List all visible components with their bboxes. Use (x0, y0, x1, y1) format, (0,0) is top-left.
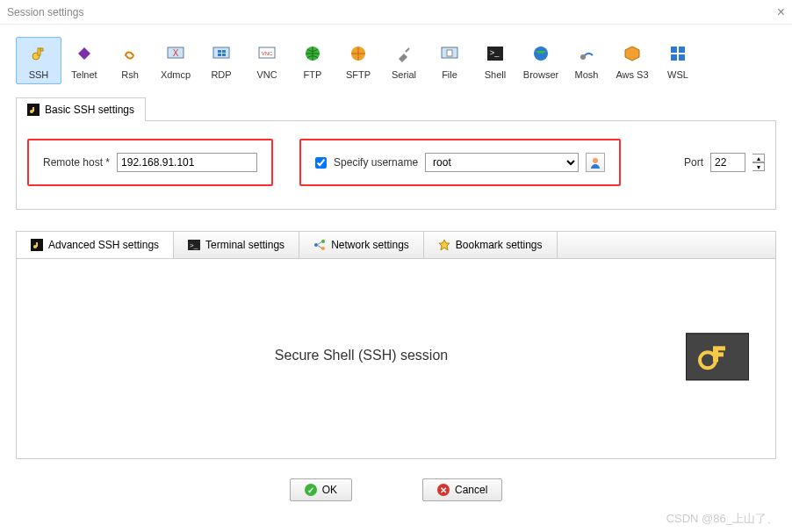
svg-rect-39 (718, 346, 725, 350)
close-icon[interactable]: × (777, 4, 785, 20)
terminal-icon: >_ (188, 240, 200, 250)
protocol-label: SFTP (336, 69, 380, 80)
specify-username-label: Specify username (334, 156, 418, 169)
protocol-label: File (428, 69, 472, 80)
svg-rect-30 (36, 242, 38, 247)
monitor-vnc-icon: VNC (245, 41, 289, 66)
protocol-aws[interactable]: Aws S3 (609, 37, 655, 84)
svg-rect-8 (222, 50, 226, 53)
protocol-label: Telnet (62, 69, 106, 80)
protocol-browser[interactable]: Browser (518, 37, 564, 84)
protocol-serial[interactable]: Serial (381, 37, 427, 84)
spin-down-icon[interactable]: ▾ (752, 162, 765, 171)
protocol-label: Rsh (108, 69, 152, 80)
protocol-rsh[interactable]: Rsh (107, 37, 153, 84)
protocol-label: Serial (382, 69, 426, 80)
protocol-telnet[interactable]: Telnet (61, 37, 107, 84)
advanced-body: Secure Shell (SSH) session (16, 259, 776, 459)
protocol-label: Shell (473, 69, 517, 80)
cube-icon (610, 41, 654, 66)
protocol-label: Browser (519, 69, 563, 80)
watermark: CSDN @86_上山了、 (666, 511, 778, 527)
tab-label: Basic SSH settings (45, 104, 134, 116)
basic-panel: Remote host * Specify username root Port… (16, 121, 776, 210)
port-spinner[interactable]: ▴▾ (752, 154, 765, 171)
protocol-vnc[interactable]: VNC VNC (244, 37, 290, 84)
ok-label: OK (322, 484, 337, 496)
tab-basic-ssh[interactable]: Basic SSH settings (16, 97, 146, 121)
protocol-shell[interactable]: >_ Shell (472, 37, 518, 84)
tab-label: Network settings (331, 239, 409, 251)
globe-orange-icon (336, 41, 380, 66)
key-icon (27, 104, 40, 116)
basic-tabrow: Basic SSH settings (16, 97, 776, 121)
link-icon (108, 41, 152, 66)
network-icon (313, 239, 326, 251)
spin-up-icon[interactable]: ▴ (752, 154, 765, 162)
svg-rect-7 (218, 50, 221, 53)
window-title: Session settings (7, 6, 83, 18)
svg-rect-40 (718, 352, 724, 356)
satellite-icon (565, 41, 608, 66)
protocol-label: VNC (245, 69, 289, 80)
protocol-wsl[interactable]: WSL (655, 37, 701, 84)
svg-rect-25 (679, 54, 685, 61)
protocol-row: SSH Telnet Rsh X Xdmcp RDP VNC VNC FTP S… (16, 32, 776, 97)
protocol-sftp[interactable]: SFTP (335, 37, 381, 84)
svg-rect-27 (32, 107, 34, 111)
x-icon: ✕ (437, 484, 450, 496)
username-select[interactable]: root (425, 153, 579, 172)
remote-host-group: Remote host * (27, 139, 273, 186)
user-picker-button[interactable] (586, 153, 605, 172)
svg-text:X: X (173, 48, 179, 58)
key-icon (17, 41, 61, 66)
monitor-win-icon (199, 41, 243, 66)
tab-bookmark[interactable]: Bookmark settings (424, 232, 558, 258)
port-input[interactable] (710, 153, 745, 172)
tab-terminal[interactable]: >_ Terminal settings (174, 232, 299, 258)
svg-text:VNC: VNC (262, 51, 273, 56)
protocol-mosh[interactable]: Mosh (564, 37, 609, 84)
protocol-label: FTP (291, 69, 335, 80)
ok-button[interactable]: ✓ OK (290, 478, 352, 501)
monitor-file-icon (428, 41, 472, 66)
diamond-icon (62, 41, 106, 66)
protocol-ftp[interactable]: FTP (290, 37, 335, 84)
session-description: Secure Shell (SSH) session (275, 348, 448, 363)
protocol-rdp[interactable]: RDP (198, 37, 244, 84)
tab-label: Bookmark settings (456, 239, 543, 251)
tab-advanced-ssh[interactable]: Advanced SSH settings (17, 232, 174, 258)
protocol-label: Aws S3 (610, 69, 654, 80)
svg-rect-2 (40, 48, 43, 51)
titlebar: Session settings × (0, 0, 792, 25)
svg-marker-21 (625, 47, 639, 61)
svg-rect-22 (671, 47, 677, 53)
terminal-icon: >_ (473, 41, 517, 66)
protocol-label: WSL (656, 69, 700, 80)
svg-rect-9 (218, 54, 221, 56)
remote-host-label: Remote host * (43, 156, 110, 169)
globe-green-icon (291, 41, 335, 66)
protocol-ssh[interactable]: SSH (16, 37, 61, 84)
svg-rect-16 (447, 50, 452, 56)
check-icon: ✓ (305, 484, 317, 496)
cancel-label: Cancel (455, 484, 487, 496)
tab-label: Advanced SSH settings (48, 239, 159, 251)
port-label: Port (684, 156, 703, 169)
remote-host-input[interactable] (117, 153, 257, 172)
svg-rect-24 (671, 54, 677, 61)
protocol-label: RDP (199, 69, 243, 80)
monitor-x-icon: X (154, 41, 198, 66)
globe-blue-icon (519, 41, 563, 66)
dialog-body: SSH Telnet Rsh X Xdmcp RDP VNC VNC FTP S… (0, 25, 792, 508)
svg-text:>_: >_ (490, 48, 500, 57)
windows-icon (656, 41, 700, 66)
protocol-file[interactable]: File (427, 37, 472, 84)
specify-username-checkbox[interactable] (315, 157, 327, 169)
svg-rect-38 (713, 346, 718, 362)
protocol-xdmcp[interactable]: X Xdmcp (153, 37, 198, 84)
session-key-image (686, 333, 749, 380)
plug-icon (382, 41, 426, 66)
cancel-button[interactable]: ✕ Cancel (422, 478, 502, 501)
tab-network[interactable]: Network settings (299, 232, 424, 258)
